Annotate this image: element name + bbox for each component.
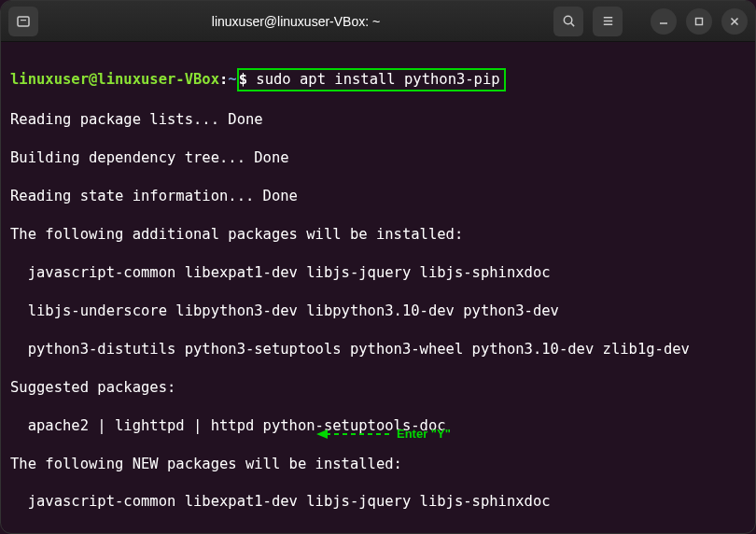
minimize-button[interactable] [651, 8, 677, 35]
annotation-label: Enter "Y" [397, 426, 451, 442]
svg-rect-1 [21, 20, 26, 21]
maximize-button[interactable] [686, 8, 712, 35]
annotation-arrow: Enter "Y" [316, 426, 451, 442]
window-title: linuxuser@linuxuser-VBox: ~ [44, 14, 548, 29]
output-line: python3-distutils python3-setuptools pyt… [10, 340, 746, 358]
svg-rect-8 [696, 18, 703, 24]
close-button[interactable] [721, 8, 748, 35]
prompt-dollar: $ [239, 71, 257, 88]
search-button[interactable] [553, 7, 583, 36]
new-tab-button[interactable] [8, 7, 38, 36]
prompt-line: linuxuser@linuxuser-VBox:~$ sudo apt ins… [10, 68, 746, 91]
prompt-colon: : [219, 71, 228, 88]
svg-marker-12 [316, 429, 328, 439]
command-highlight-box: $ sudo apt install python3-pip [237, 68, 506, 91]
output-line: javascript-common libexpat1-dev libjs-jq… [10, 492, 746, 511]
output-line: The following additional packages will b… [10, 225, 746, 244]
svg-point-2 [564, 16, 571, 23]
output-line: Reading state information... Done [10, 187, 746, 205]
output-line: libjs-underscore libpython3-dev libpytho… [10, 530, 746, 534]
output-line: Building dependency tree... Done [10, 148, 746, 167]
output-line: Reading package lists... Done [10, 110, 746, 129]
prompt-user-host: linuxuser@linuxuser-VBox [10, 71, 219, 88]
terminal-body[interactable]: linuxuser@linuxuser-VBox:~$ sudo apt ins… [1, 42, 755, 534]
svg-line-3 [570, 23, 573, 26]
svg-rect-0 [18, 17, 29, 26]
command-text: sudo apt install python3-pip [256, 71, 499, 88]
output-line: Suggested packages: [10, 378, 746, 397]
output-line: javascript-common libexpat1-dev libjs-jq… [10, 263, 746, 282]
arrow-icon [316, 428, 391, 441]
titlebar-right [553, 7, 748, 36]
output-line: libjs-underscore libpython3-dev libpytho… [10, 302, 746, 320]
titlebar: linuxuser@linuxuser-VBox: ~ [1, 1, 755, 42]
prompt-path: ~ [228, 71, 236, 88]
menu-button[interactable] [593, 7, 623, 36]
titlebar-left [8, 7, 38, 36]
output-line: The following NEW packages will be insta… [10, 455, 746, 473]
